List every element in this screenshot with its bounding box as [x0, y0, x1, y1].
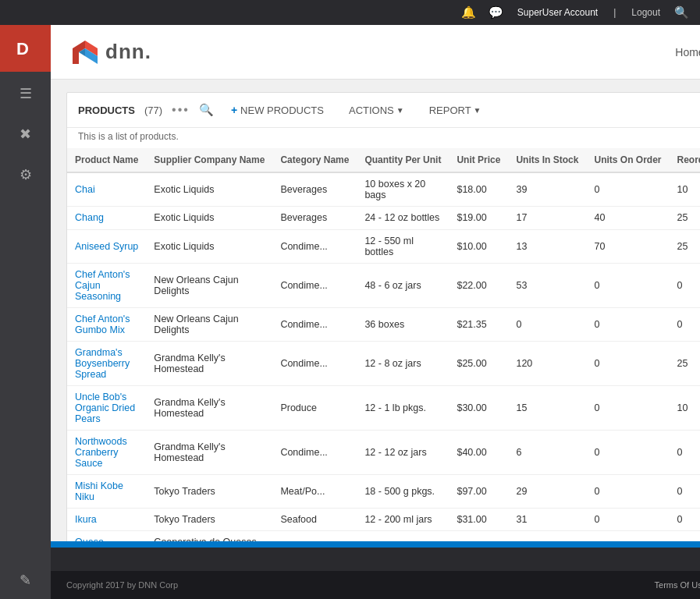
- cell-name: Chai: [67, 172, 146, 207]
- toolbar-more-icon[interactable]: •••: [172, 103, 190, 117]
- page-subtitle: This is a list of products.: [67, 128, 700, 148]
- cell-qty: 12 - 1 lb pkgs.: [357, 385, 449, 430]
- cell-price: $19.00: [449, 207, 508, 230]
- cell-supplier: Exotic Liquids: [146, 229, 272, 263]
- cell-name: Northwoods Cranberry Sauce: [67, 430, 146, 474]
- cell-name: Ikura: [67, 508, 146, 531]
- topbar-search-icon[interactable]: 🔍: [670, 5, 694, 19]
- cell-reorder: 30: [669, 531, 700, 541]
- cell-stock: 13: [508, 229, 586, 263]
- cell-category: Seafood: [272, 508, 357, 531]
- cell-qty: 1 kg pkg.: [357, 531, 449, 541]
- product-name-link[interactable]: Northwoods Cranberry Sauce: [75, 436, 127, 469]
- cell-order: 0: [586, 385, 669, 430]
- product-name-link[interactable]: Chef Anton's Gumbo Mix: [75, 314, 130, 335]
- cell-category: Meat/Po...: [272, 474, 357, 508]
- cell-qty: 12 - 8 oz jars: [357, 341, 449, 385]
- terms-link[interactable]: Terms Of Use: [655, 580, 700, 590]
- cell-qty: 24 - 12 oz bottles: [357, 207, 449, 230]
- col-stock: Units In Stock: [508, 148, 586, 172]
- actions-caret-icon: ▼: [396, 106, 404, 115]
- product-name-link[interactable]: Ikura: [75, 514, 97, 525]
- footer-links: Terms Of Use | Privacy Statement: [655, 580, 700, 590]
- product-name-link[interactable]: Chang: [75, 212, 104, 223]
- header-logo-icon: [69, 37, 99, 67]
- products-section: PRODUCTS (77) ••• 🔍 + NEW PRODUCTS ACTIO…: [66, 92, 700, 541]
- cell-order: 70: [586, 229, 669, 263]
- actions-dropdown[interactable]: ACTIONS ▼: [341, 101, 412, 119]
- cell-price: $10.00: [449, 229, 508, 263]
- cell-supplier: Grandma Kelly's Homestead: [146, 385, 272, 430]
- product-name-link[interactable]: Grandma's Boysenberry Spread: [75, 347, 130, 380]
- logout-button[interactable]: Logout: [625, 0, 666, 25]
- report-caret-icon: ▼: [474, 106, 481, 115]
- chat-icon[interactable]: 💬: [484, 5, 508, 19]
- notification-icon[interactable]: 🔔: [457, 5, 481, 19]
- table-row: Northwoods Cranberry Sauce Grandma Kelly…: [67, 430, 700, 474]
- cell-supplier: Cooperativa de Quesos 'Las Cabras': [146, 531, 272, 541]
- product-name-link[interactable]: Chai: [75, 184, 95, 195]
- layout: D ☰ ✖ ⚙ ✎ dnn. Home Products: [0, 25, 700, 599]
- cell-reorder: 25: [669, 229, 700, 263]
- topbar: 🔔 💬 SuperUser Account | Logout 🔍: [0, 0, 700, 25]
- table-row: Chef Anton's Cajun Seasoning New Orleans…: [67, 263, 700, 307]
- cell-name: Uncle Bob's Organic Dried Pears: [67, 385, 146, 430]
- table-row: Queso Cabrales Cooperativa de Quesos 'La…: [67, 531, 700, 541]
- cell-qty: 12 - 200 ml jars: [357, 508, 449, 531]
- col-supplier: Supplier Company Name: [146, 148, 272, 172]
- username-label[interactable]: SuperUser Account: [511, 0, 604, 25]
- cell-supplier: Grandma Kelly's Homestead: [146, 341, 272, 385]
- cell-category: Condime...: [272, 307, 357, 341]
- toolbar-search-icon[interactable]: 🔍: [199, 103, 214, 117]
- sidebar: D ☰ ✖ ⚙ ✎: [0, 25, 51, 599]
- cell-supplier: New Orleans Cajun Delights: [146, 307, 272, 341]
- col-category: Category Name: [272, 148, 357, 172]
- cell-price: $31.00: [449, 508, 508, 531]
- plus-icon: +: [231, 104, 237, 116]
- cell-name: Queso Cabrales: [67, 531, 146, 541]
- cell-order: 40: [586, 207, 669, 230]
- page-content: PRODUCTS (77) ••• 🔍 + NEW PRODUCTS ACTIO…: [51, 80, 700, 541]
- footer-dark-bar: [51, 548, 700, 571]
- sidebar-tools-icon[interactable]: ✖: [0, 115, 51, 153]
- cell-name: Chef Anton's Gumbo Mix: [67, 307, 146, 341]
- col-order: Units On Order: [586, 148, 669, 172]
- header: dnn. Home Products: [51, 25, 700, 80]
- cell-stock: 0: [508, 307, 586, 341]
- product-name-link[interactable]: Aniseed Syrup: [75, 241, 138, 252]
- products-title: PRODUCTS: [78, 105, 135, 116]
- col-qty: Quantity Per Unit: [357, 148, 449, 172]
- cell-stock: 17: [508, 207, 586, 230]
- products-toolbar: PRODUCTS (77) ••• 🔍 + NEW PRODUCTS ACTIO…: [67, 93, 700, 128]
- cell-name: Chang: [67, 207, 146, 230]
- col-product-name: Product Name: [67, 148, 146, 172]
- product-name-link[interactable]: Mishi Kobe Niku: [75, 480, 123, 502]
- header-logo: dnn.: [69, 37, 151, 67]
- cell-supplier: New Orleans Cajun Delights: [146, 263, 272, 307]
- cell-qty: 36 boxes: [357, 307, 449, 341]
- cell-qty: 12 - 12 oz jars: [357, 430, 449, 474]
- cell-supplier: Tokyo Traders: [146, 508, 272, 531]
- header-nav: Home Products: [659, 25, 700, 79]
- cell-stock: 6: [508, 430, 586, 474]
- sidebar-menu-icon[interactable]: ☰: [0, 75, 51, 112]
- sidebar-edit-icon[interactable]: ✎: [0, 562, 51, 599]
- svg-text:D: D: [16, 39, 29, 58]
- cell-supplier: Tokyo Traders: [146, 474, 272, 508]
- product-name-link[interactable]: Uncle Bob's Organic Dried Pears: [75, 392, 135, 424]
- cell-category: Beverages: [272, 207, 357, 230]
- cell-reorder: 0: [669, 430, 700, 474]
- cell-order: 0: [586, 263, 669, 307]
- table-row: Grandma's Boysenberry Spread Grandma Kel…: [67, 341, 700, 385]
- cell-stock: 29: [508, 474, 586, 508]
- new-products-button[interactable]: + NEW PRODUCTS: [223, 101, 332, 119]
- cell-category: Condime...: [272, 229, 357, 263]
- cell-stock: 15: [508, 385, 586, 430]
- cell-supplier: Exotic Liquids: [146, 172, 272, 207]
- product-name-link[interactable]: Chef Anton's Cajun Seasoning: [75, 269, 130, 302]
- main-content: dnn. Home Products PRODUCTS (77) ••• 🔍 +…: [51, 25, 700, 599]
- sidebar-settings-icon[interactable]: ⚙: [0, 156, 51, 193]
- sidebar-logo[interactable]: D: [0, 25, 51, 72]
- nav-home[interactable]: Home: [659, 25, 700, 80]
- report-dropdown[interactable]: REPORT ▼: [421, 101, 489, 119]
